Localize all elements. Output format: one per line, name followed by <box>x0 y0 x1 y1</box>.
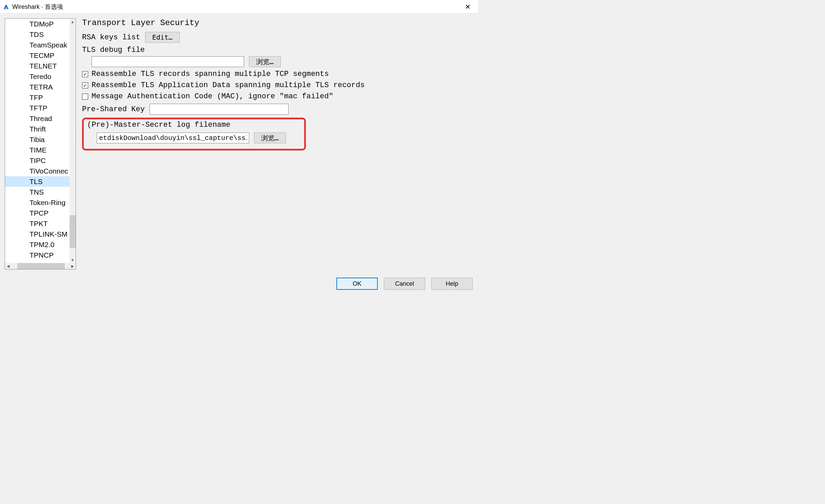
protocol-item[interactable]: TNS <box>29 187 70 197</box>
protocol-item[interactable]: Tibia <box>29 134 70 145</box>
checkbox-icon[interactable] <box>82 94 88 100</box>
settings-panel: Transport Layer Security RSA keys list E… <box>82 18 473 269</box>
protocol-item[interactable]: TeamSpeak <box>29 40 70 50</box>
protocol-item[interactable]: TIPC <box>29 155 70 166</box>
protocol-item[interactable]: TFP <box>29 92 70 103</box>
protocol-sidebar: TDMoPTDSTeamSpeakTECMPTELNETTeredoTETRAT… <box>5 18 76 269</box>
sidebar-hscrollbar[interactable]: ◀ ▶ <box>5 263 76 269</box>
wireshark-icon <box>3 3 9 10</box>
tls-debug-input[interactable] <box>92 56 244 67</box>
tls-debug-label: TLS debug file <box>82 46 145 54</box>
checkbox-reassemble-tcp-label: Reassemble TLS records spanning multiple… <box>92 70 329 78</box>
protocol-item[interactable]: TETRA <box>29 82 70 92</box>
sidebar-vscroll-thumb[interactable] <box>70 215 76 248</box>
scroll-up-icon[interactable]: ▲ <box>70 19 76 25</box>
protocol-item[interactable]: TDS <box>29 29 70 40</box>
psk-input[interactable] <box>150 104 289 115</box>
checkbox-reassemble-appdata-label: Reassemble TLS Application Data spanning… <box>92 81 365 89</box>
protocol-item[interactable]: TPNCP <box>29 250 70 260</box>
dialog-buttons: OK Cancel Help <box>0 274 478 295</box>
protocol-item[interactable]: TPKT <box>29 218 70 229</box>
pms-label: (Pre)-Master-Secret log filename <box>87 121 230 129</box>
content: TDMoPTDSTeamSpeakTECMPTELNETTeredoTETRAT… <box>0 14 478 274</box>
checkbox-mac-ignore[interactable]: Message Authentication Code (MAC), ignor… <box>82 92 473 101</box>
ok-button[interactable]: OK <box>336 278 378 290</box>
protocol-item[interactable]: TiVoConnec <box>29 166 70 176</box>
edit-rsa-button[interactable]: Edit… <box>145 32 180 43</box>
protocol-item[interactable]: TFTP <box>29 103 70 113</box>
checkbox-reassemble-tcp[interactable]: ✓ Reassemble TLS records spanning multip… <box>82 70 473 78</box>
cancel-button[interactable]: Cancel <box>384 278 425 290</box>
scroll-right-icon[interactable]: ▶ <box>70 264 76 268</box>
protocol-item[interactable]: TIME <box>29 145 70 155</box>
protocol-list[interactable]: TDMoPTDSTeamSpeakTECMPTELNETTeredoTETRAT… <box>5 19 76 263</box>
close-icon[interactable]: ✕ <box>460 0 475 14</box>
rsa-keys-label: RSA keys list <box>82 33 140 42</box>
protocol-item[interactable]: TPLINK-SM <box>29 229 70 239</box>
protocol-item[interactable]: Thrift <box>29 124 70 134</box>
sidebar-hscroll-thumb[interactable] <box>17 263 65 269</box>
help-button[interactable]: Help <box>431 278 473 290</box>
sidebar-vscrollbar[interactable]: ▲ ▼ <box>70 19 76 263</box>
pms-browse-button[interactable]: 浏览… <box>254 133 286 143</box>
scroll-left-icon[interactable]: ◀ <box>5 264 11 268</box>
protocol-item[interactable]: TPM2.0 <box>29 239 70 250</box>
panel-heading: Transport Layer Security <box>82 18 473 27</box>
protocol-item[interactable]: Teredo <box>29 71 70 82</box>
protocol-item[interactable]: TDMoP <box>29 19 70 29</box>
titlebar: Wireshark · 首选项 ✕ <box>0 0 478 14</box>
checkbox-mac-ignore-label: Message Authentication Code (MAC), ignor… <box>92 92 333 101</box>
preferences-window: Wireshark · 首选项 ✕ TDMoPTDSTeamSpeakTECMP… <box>0 0 478 295</box>
protocol-item[interactable]: Thread <box>29 113 70 124</box>
protocol-item[interactable]: TECMP <box>29 50 70 61</box>
pms-input[interactable] <box>97 133 249 143</box>
checkbox-reassemble-appdata[interactable]: ✓ Reassemble TLS Application Data spanni… <box>82 81 473 89</box>
scroll-down-icon[interactable]: ▼ <box>70 257 76 263</box>
tls-debug-browse-button[interactable]: 浏览… <box>249 56 281 67</box>
protocol-item[interactable]: TLS <box>5 176 70 187</box>
protocol-item[interactable]: TELNET <box>29 61 70 71</box>
window-title: Wireshark · 首选项 <box>12 3 63 11</box>
protocol-item[interactable]: Token-Ring <box>29 197 70 208</box>
checkbox-icon[interactable]: ✓ <box>82 82 88 88</box>
highlight-pms: (Pre)-Master-Secret log filename 浏览… <box>82 118 306 150</box>
checkbox-icon[interactable]: ✓ <box>82 71 88 77</box>
protocol-item[interactable]: TPCP <box>29 208 70 218</box>
psk-label: Pre-Shared Key <box>82 105 145 114</box>
